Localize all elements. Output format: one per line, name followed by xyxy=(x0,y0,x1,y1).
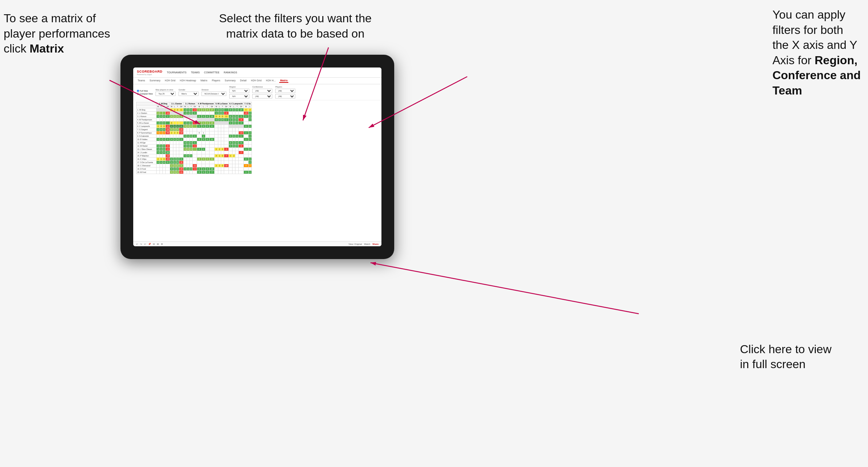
table-row: 9. N Gabrelcik 0100 1 0111 1 xyxy=(137,135,252,138)
annotation-bottom-right: Click here to view in full screen xyxy=(740,342,831,372)
toolbar-arrow[interactable]: ↩ xyxy=(144,243,146,245)
table-row: 7. G Sargent 200-16 220-15 xyxy=(137,128,252,131)
tab-h2h-heatmap[interactable]: H2H Heatmap xyxy=(179,79,197,83)
corner-header xyxy=(137,102,157,105)
filter-gender: Gender Men's xyxy=(178,89,199,96)
tab-h2hh[interactable]: H2H H... xyxy=(265,79,277,83)
division-select[interactable]: NCAA Division I xyxy=(201,92,226,96)
tab-detail[interactable]: Detail xyxy=(239,79,247,83)
tablet: SCOREBOARD Powered by clippd TOURNAMENTS… xyxy=(120,55,394,259)
svg-line-4 xyxy=(370,263,639,314)
tab-h2h-grid2[interactable]: H2H Grid xyxy=(250,79,262,83)
table-row: 8. P Summerhays 512-45 220-16 01 -13 12 xyxy=(137,131,252,135)
tab-matrix[interactable]: Matrix xyxy=(200,79,208,83)
annotation-top-left: To see a matrix of player performances c… xyxy=(4,11,110,57)
logo-area: SCOREBOARD Powered by clippd xyxy=(137,70,162,76)
gender-select[interactable]: Men's xyxy=(178,92,199,96)
col-header-4: 4. M Thorbjornsen xyxy=(197,102,215,105)
logo-text: SCOREBOARD xyxy=(137,70,162,73)
col-header-7: 7. G Sa xyxy=(243,102,251,105)
nav-tournaments[interactable]: TOURNAMENTS xyxy=(167,71,187,74)
filter-division: Division NCAA Division I xyxy=(201,89,226,96)
conference-select2[interactable]: (All) xyxy=(252,94,272,99)
filter-region: Region N/A N/A xyxy=(229,86,249,99)
table-row: 12. M Riedel 110-6 110-1 110-6 xyxy=(137,144,252,148)
table-row: 1. W Ding 12011 110-2 12017 100 01013 02 xyxy=(137,108,252,112)
tab-matrix-active[interactable]: Matrix xyxy=(279,79,288,83)
table-row: 10. B Valdes 1110 0101 01011 11 xyxy=(137,138,252,141)
table-row: 15. P Maichon -19 101 410-7 22 xyxy=(137,154,252,158)
col-header-5: 5. M La Sasso xyxy=(215,102,228,105)
players-select[interactable]: (All) xyxy=(275,89,295,93)
nav-committee[interactable]: COMMITTEE xyxy=(204,71,219,74)
players-select2[interactable]: (All) xyxy=(275,94,295,99)
toolbar-redo[interactable]: ↪ xyxy=(140,243,142,245)
bottom-toolbar: ↩ ↪ ↩ 📌 ⊟ ⊞ ⚙ View: Original Watch Share xyxy=(133,241,381,246)
tab-summary[interactable]: Summary xyxy=(149,79,161,83)
view-original-label[interactable]: View: Original xyxy=(349,243,362,245)
table-row: 19. D Ford 020-20 210-1 01013 xyxy=(137,167,252,171)
tab-h2h-grid[interactable]: H2H Grid xyxy=(164,79,176,83)
watch-button[interactable]: Watch xyxy=(364,243,370,245)
matrix-table: 1. W Ding 2. L Clanton 3. J Koivun 4. M … xyxy=(136,102,252,174)
nav-rankings[interactable]: RANKINGS xyxy=(224,71,237,74)
table-row: 17. S De La Fuente 2100 110-8 2 xyxy=(137,161,252,164)
share-button[interactable]: Share xyxy=(372,243,379,245)
conference-select[interactable]: (All) xyxy=(252,89,272,93)
table-row: 4. M Thorbjornsen 0101 110-6 1 xyxy=(137,118,252,121)
tab-players[interactable]: Players xyxy=(211,79,221,83)
table-row: 3. J Koivun 1102 0102 01013 04011 0103 1… xyxy=(137,115,252,118)
annotation-top-center: Select the filters you want the matrix d… xyxy=(219,11,372,41)
table-row: 6. C Lamprecht 300-9 24124 300 1106 01 xyxy=(137,125,252,128)
toolbar-right: View: Original Watch Share xyxy=(349,243,379,245)
col-header-6: 6. C Lamprecht xyxy=(228,102,243,105)
toolbar-zoom-out[interactable]: ⊟ xyxy=(153,243,155,245)
nav-teams[interactable]: TEAMS xyxy=(191,71,200,74)
region-select2[interactable]: N/A xyxy=(229,94,249,99)
filter-max-players: Max players in view Top 25 xyxy=(155,89,176,96)
sub-nav: Teams Summary H2H Grid H2H Heatmap Matri… xyxy=(133,78,381,84)
table-row: 5. M La Sasso 100 6 110-1 01014 1013 xyxy=(137,121,252,125)
toolbar-zoom-in[interactable]: ⊞ xyxy=(157,243,159,245)
table-row: 18. C Sherwood 1300 -11 220-10 45 xyxy=(137,164,252,167)
table-row: 2. L Clanton 2-16 1100 100-6 -242 xyxy=(137,112,252,115)
toolbar-pin[interactable]: 📌 xyxy=(148,243,151,245)
toolbar-undo[interactable]: ↩ xyxy=(136,243,138,245)
logo-sub: Powered by clippd xyxy=(137,73,162,76)
region-select[interactable]: N/A xyxy=(229,89,249,93)
nav-links: TOURNAMENTS TEAMS COMMITTEE RANKINGS xyxy=(167,71,237,74)
toolbar-settings[interactable]: ⚙ xyxy=(161,243,163,245)
tab-summary2[interactable]: Summary xyxy=(224,79,237,83)
filters-row: Full View Compact View Max players in vi… xyxy=(133,84,381,100)
filter-players: Players (All) (All) xyxy=(275,86,295,99)
top-nav: SCOREBOARD Powered by clippd TOURNAMENTS… xyxy=(133,67,381,78)
annotation-top-right: You can apply filters for both the X axi… xyxy=(772,7,861,99)
col-header-3: 3. J Koivun xyxy=(184,102,197,105)
col-header-1: 1. W Ding xyxy=(157,102,170,105)
toolbar-left: ↩ ↪ ↩ 📌 ⊟ ⊞ ⚙ xyxy=(136,243,163,245)
matrix-area[interactable]: 1. W Ding 2. L Clanton 3. J Koivun 4. M … xyxy=(133,100,381,241)
col-header-2: 2. L Clanton xyxy=(170,102,184,105)
table-row: 14. J Lundin 11010 -7 xyxy=(137,151,252,154)
filter-conference: Conference (All) (All) xyxy=(252,86,272,99)
table-row: 20. M Ford 331-11 0107 11 xyxy=(137,171,252,174)
view-options: Full View Compact View xyxy=(137,90,153,95)
max-players-select[interactable]: Top 25 xyxy=(155,92,176,96)
tablet-screen: SCOREBOARD Powered by clippd TOURNAMENTS… xyxy=(133,67,381,246)
table-row: 16. K Vilips 210-25 2204 3308 01 xyxy=(137,158,252,161)
table-row: 13. J Skov Olesen 110-3 101 01 220-1 13 xyxy=(137,148,252,151)
table-row: 11. M Ege 0101 0104 xyxy=(137,141,252,144)
tab-teams[interactable]: Teams xyxy=(137,79,146,83)
